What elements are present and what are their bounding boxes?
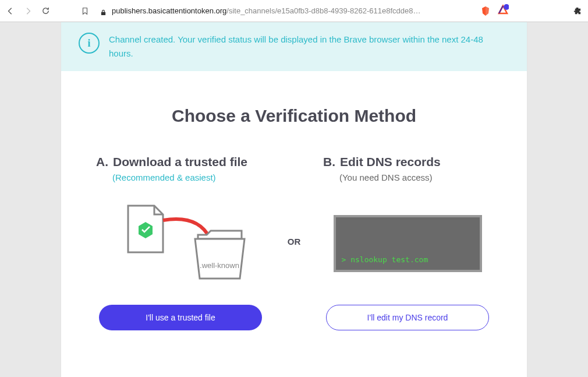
option-b-header: B. Edit DNS records [323, 155, 441, 169]
bat-triangle-icon[interactable] [497, 4, 509, 18]
url-hostname: publishers.basicattentiontoken.org [112, 6, 226, 15]
option-b-title: Edit DNS records [340, 155, 441, 169]
option-a: A. Download a trusted file (Recommended … [84, 155, 277, 330]
page-content: i Channel created. Your verified status … [61, 22, 527, 377]
option-b-illustration: > nslookup test.com [334, 200, 482, 287]
lock-icon [100, 8, 107, 15]
info-icon: i [79, 33, 100, 54]
terminal-icon: > nslookup test.com [334, 215, 482, 272]
option-b-letter: B. [323, 155, 335, 169]
reload-button[interactable] [41, 6, 50, 16]
page-title: Choose a Verification Method [84, 106, 504, 126]
option-a-letter: A. [96, 155, 108, 169]
back-button[interactable] [6, 6, 15, 16]
main-content: Choose a Verification Method A. Download… [61, 71, 527, 354]
svg-rect-0 [101, 12, 105, 15]
url-path: /site_channels/e15a0fb3-d8b8-4939-8262-6… [226, 6, 420, 15]
browser-toolbar: publishers.basicattentiontoken.org/site_… [0, 0, 588, 22]
terminal-text: > nslookup test.com [342, 255, 428, 264]
banner-text: Channel created. Your verified status wi… [109, 33, 509, 61]
option-b: B. Edit DNS records (You need DNS access… [311, 155, 504, 330]
option-a-title: Download a trusted file [113, 155, 247, 169]
or-divider: OR [288, 237, 301, 246]
brave-shield-icon[interactable] [480, 5, 491, 17]
extensions-icon[interactable] [573, 6, 582, 16]
info-banner: i Channel created. Your verified status … [61, 22, 527, 71]
forward-button[interactable] [23, 6, 33, 16]
url-text: publishers.basicattentiontoken.org/site_… [112, 6, 421, 15]
folder-label: .well-known [200, 261, 239, 270]
nav-buttons [6, 6, 50, 16]
option-b-subtitle: (You need DNS access) [339, 172, 433, 182]
option-a-subtitle: (Recommended & easiest) [112, 172, 216, 182]
option-a-illustration: .well-known [111, 200, 250, 287]
edit-dns-record-button[interactable]: I'll edit my DNS record [326, 305, 489, 330]
option-a-header: A. Download a trusted file [96, 155, 247, 169]
use-trusted-file-button[interactable]: I'll use a trusted file [99, 305, 262, 330]
toolbar-right-icons [480, 4, 582, 18]
bookmark-button[interactable] [80, 6, 90, 16]
options-row: A. Download a trusted file (Recommended … [84, 155, 504, 330]
url-bar[interactable]: publishers.basicattentiontoken.org/site_… [100, 6, 421, 15]
